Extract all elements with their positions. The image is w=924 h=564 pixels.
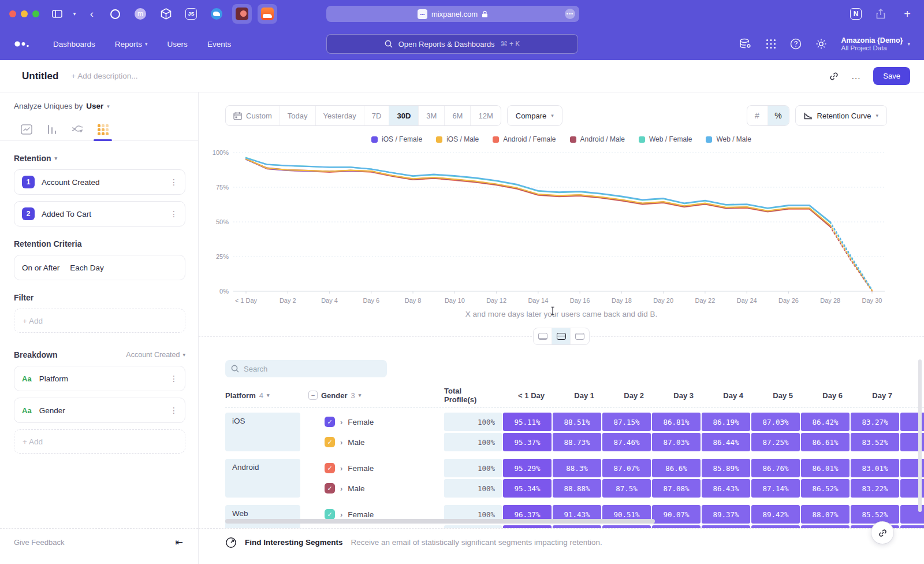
tab-retention[interactable]	[90, 118, 116, 140]
retention-cell[interactable]: 86.76%	[751, 459, 800, 477]
legend-item-web-male[interactable]: Web / Male	[706, 135, 751, 143]
tab-insights[interactable]	[14, 118, 39, 140]
extension-soundcloud-icon[interactable]	[258, 4, 277, 24]
retention-cell[interactable]: 87.5%	[602, 479, 651, 498]
view-toggle-split[interactable]	[552, 328, 571, 344]
breakdown-item-gender[interactable]: AaGender⋮	[14, 398, 185, 423]
column-header-day-6[interactable]: Day 6	[801, 391, 850, 400]
add-filter-button[interactable]: + Add	[14, 309, 185, 333]
gender-row-android-male[interactable]: ✓›Male	[301, 479, 443, 498]
retention-cell[interactable]: 87.14%	[751, 479, 800, 498]
legend-item-ios-female[interactable]: iOS / Female	[371, 135, 422, 143]
retention-cell[interactable]: 89.43%	[702, 525, 750, 528]
give-feedback-link[interactable]: Give Feedback	[14, 538, 64, 547]
extension-ring-icon[interactable]	[105, 4, 125, 24]
nav-item-dashboards[interactable]: Dashboards	[53, 40, 95, 49]
retention-cell[interactable]: 86.01%	[801, 459, 850, 477]
column-header-day-1[interactable]: Day 1	[553, 391, 601, 400]
report-title[interactable]: Untitled	[22, 70, 58, 82]
extension-m-icon[interactable]: m	[131, 4, 150, 24]
view-toggle-chart-only[interactable]	[534, 328, 552, 344]
legend-item-web-female[interactable]: Web / Female	[639, 135, 692, 143]
retention-cell[interactable]: 86.43%	[702, 479, 750, 498]
add-breakdown-button[interactable]: + Add	[14, 429, 185, 454]
series-checkbox[interactable]: ✓	[325, 483, 335, 494]
column-header-day-4[interactable]: Day 4	[702, 391, 750, 400]
apps-grid-icon[interactable]	[766, 39, 776, 49]
legend-item-android-female[interactable]: Android / Female	[493, 135, 556, 143]
percent-mode-toggle[interactable]: %	[768, 106, 789, 125]
back-icon[interactable]: ‹	[84, 6, 99, 21]
floating-share-link-button[interactable]	[871, 522, 893, 544]
breakdown-scope-dropdown[interactable]: Account Created ▾	[126, 351, 185, 359]
chart-type-dropdown[interactable]: Retention Curve ▾	[795, 105, 887, 126]
date-range-7d[interactable]: 7D	[364, 106, 390, 125]
global-search-button[interactable]: Open Reports & Dashboards ⌘ + K	[326, 34, 578, 54]
retention-cell[interactable]: 89.37%	[702, 505, 750, 524]
sidebar-toggle-icon[interactable]	[50, 6, 65, 21]
retention-cell[interactable]: 88.3%	[553, 459, 601, 477]
retention-cell[interactable]: 87.46%	[602, 433, 651, 451]
kebab-menu-icon[interactable]: ⋮	[170, 177, 178, 187]
zoom-window-button[interactable]	[32, 10, 39, 17]
retention-cell[interactable]: 85.89%	[702, 459, 750, 477]
kebab-menu-icon[interactable]: ⋮	[170, 406, 178, 415]
nav-item-reports[interactable]: Reports▾	[115, 40, 148, 49]
date-range-6m[interactable]: 6M	[445, 106, 471, 125]
retention-cell[interactable]: 83.27%	[851, 413, 899, 431]
series-checkbox[interactable]: ✓	[325, 417, 335, 427]
gender-row-ios-male[interactable]: ✓›Male	[301, 433, 443, 451]
retention-cell[interactable]: 95.37%	[503, 433, 552, 451]
extension-cube-icon[interactable]	[156, 4, 176, 24]
tab-funnels[interactable]	[39, 118, 65, 140]
retention-cell[interactable]: 86.19%	[702, 413, 750, 431]
retention-section-header[interactable]: Retention ▾	[14, 154, 185, 163]
indeterminate-checkbox[interactable]: –	[308, 391, 318, 400]
expand-row-icon[interactable]: ›	[340, 418, 342, 426]
date-range-custom[interactable]: Custom	[226, 106, 280, 125]
extension-bird-icon[interactable]	[207, 4, 226, 24]
platform-cell[interactable]: iOS	[225, 413, 300, 451]
extension-red-app-icon[interactable]	[232, 4, 252, 24]
absolute-mode-toggle[interactable]: #	[747, 106, 768, 125]
compare-button[interactable]: Compare ▾	[507, 105, 562, 126]
column-header-gender[interactable]: –Gender3▾	[301, 391, 443, 400]
date-range-3m[interactable]: 3M	[419, 106, 445, 125]
help-icon[interactable]	[790, 38, 802, 50]
project-switcher[interactable]: Amazonia {Demo} All Project Data ▾	[841, 36, 910, 51]
retention-cell[interactable]: 91.41%	[553, 525, 601, 528]
date-range-12m[interactable]: 12M	[471, 106, 500, 125]
gender-row-android-female[interactable]: ✓›Female	[301, 459, 443, 477]
tab-list-caret-icon[interactable]: ▾	[70, 6, 79, 21]
column-header-platform[interactable]: Platform4▾	[225, 391, 300, 400]
retention-cell[interactable]: 88.51%	[553, 413, 601, 431]
series-line-android-male[interactable]	[246, 159, 830, 227]
gender-row-ios-female[interactable]: ✓›Female	[301, 413, 443, 431]
series-checkbox[interactable]: ✓	[325, 509, 335, 520]
save-button[interactable]: Save	[873, 67, 910, 85]
retention-criteria-card[interactable]: On or After Each Day	[14, 255, 185, 280]
tab-flows[interactable]	[65, 118, 90, 140]
add-description-field[interactable]: + Add description...	[71, 72, 137, 80]
column-header-day-2[interactable]: Day 2	[602, 391, 651, 400]
retention-cell[interactable]: 85.52%	[851, 505, 899, 524]
legend-item-ios-male[interactable]: iOS / Male	[436, 135, 479, 143]
kebab-menu-icon[interactable]: ⋮	[170, 209, 178, 218]
gender-row-web-male[interactable]: ✓›Male	[301, 525, 443, 528]
series-line-ios-male[interactable]	[246, 159, 830, 225]
retention-cell[interactable]: 90.54%	[602, 525, 651, 528]
retention-cell[interactable]: 83.22%	[851, 479, 899, 498]
expand-row-icon[interactable]: ›	[340, 464, 342, 473]
expand-row-icon[interactable]: ›	[340, 484, 342, 493]
retention-step-1[interactable]: 1Account Created⋮	[14, 169, 185, 195]
share-icon[interactable]	[873, 6, 888, 21]
retention-cell[interactable]: 89.42%	[751, 505, 800, 524]
retention-cell[interactable]: 87.03%	[652, 433, 701, 451]
platform-cell[interactable]: Android	[225, 459, 300, 498]
series-line-ios-female[interactable]	[246, 159, 830, 226]
retention-cell[interactable]: 88.88%	[553, 479, 601, 498]
address-more-icon[interactable]: •••	[565, 9, 575, 19]
retention-cell[interactable]: 86.6%	[652, 459, 701, 477]
series-checkbox[interactable]: ✓	[325, 437, 335, 447]
breakdown-item-platform[interactable]: AaPlatform⋮	[14, 366, 185, 391]
